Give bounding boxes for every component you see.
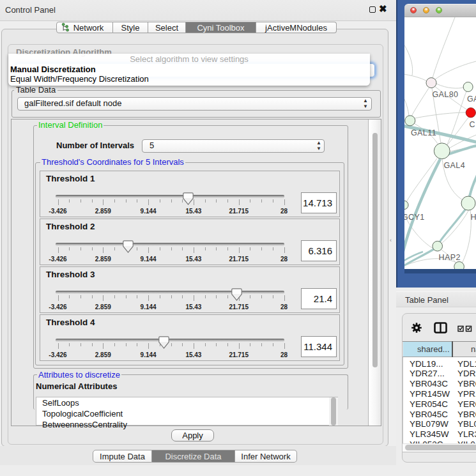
svg-text:C: C <box>470 120 475 129</box>
svg-text:H: H <box>471 213 476 222</box>
svg-text:GCY1: GCY1 <box>404 213 425 222</box>
svg-text:HAP2: HAP2 <box>439 253 461 262</box>
svg-text:GA: GA <box>467 95 476 104</box>
svg-text:GAL4: GAL4 <box>444 161 466 170</box>
svg-text:GAL80: GAL80 <box>433 90 459 99</box>
svg-text:GAL11: GAL11 <box>411 128 436 137</box>
